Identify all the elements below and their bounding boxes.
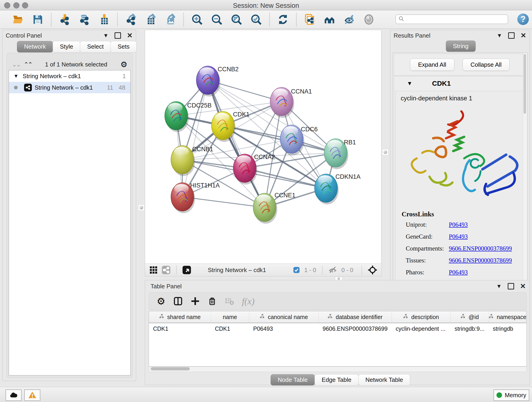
bottom-splitter-grip[interactable] (335, 277, 342, 280)
export-network-icon[interactable] (125, 13, 137, 26)
table-cell[interactable]: CDK1 (149, 323, 211, 334)
table-settings-gear-icon[interactable]: ⚙ (157, 296, 165, 307)
selected-checkbox-icon[interactable] (293, 266, 300, 274)
help-button[interactable]: ? (517, 13, 529, 25)
tab-string[interactable]: String (446, 41, 476, 52)
zoom-out-icon[interactable] (211, 13, 223, 26)
save-session-icon[interactable] (32, 13, 44, 26)
table-row[interactable]: CDK1CDK1P064939606.ENSP00000378699cyclin… (149, 323, 526, 334)
string-view-icon[interactable] (162, 265, 171, 274)
export-table-icon[interactable] (145, 13, 157, 26)
search-input[interactable] (405, 16, 504, 23)
export-image-icon[interactable] (164, 13, 176, 26)
status-bar: Memory (0, 387, 532, 402)
column-header-description[interactable]: description (392, 311, 450, 323)
column-header-@id[interactable]: @id (450, 311, 489, 323)
network-canvas[interactable]: CCNB2CCNA1CDC25BCDK1CDC6RB1CCNB1CCNA2CDK… (145, 30, 381, 264)
crosslink-link[interactable]: P06493 (449, 221, 468, 228)
expand-all-button[interactable]: Expand All (410, 59, 454, 71)
network-graph: CCNB2CCNA1CDC25BCDK1CDC6RB1CCNB1CCNA2CDK… (145, 30, 381, 264)
clipboard-network-icon[interactable] (304, 13, 316, 26)
panel-float-icon[interactable] (508, 32, 515, 39)
table-cell[interactable]: cyclin-dependent ... (392, 323, 450, 334)
panel-close-icon[interactable]: ✕ (520, 283, 526, 290)
zoom-selected-icon[interactable] (250, 13, 262, 26)
import-network-icon[interactable] (59, 13, 70, 26)
delete-column-trash-icon[interactable] (208, 297, 217, 306)
tab-node-table[interactable]: Node Table (271, 374, 315, 385)
home-view-icon[interactable] (323, 13, 336, 26)
column-header-canonical-name[interactable]: canonical name (249, 311, 318, 323)
table-cell[interactable]: P06493 (249, 323, 318, 334)
import-database-icon[interactable] (78, 13, 90, 26)
collapse-triangle-icon[interactable]: ▼ (407, 80, 412, 87)
memory-button[interactable]: Memory (494, 389, 529, 401)
network-row[interactable]: String Network – cdk1 11 48 (9, 82, 130, 93)
collapse-all-button[interactable]: Collapse All (462, 59, 510, 71)
node-CCNA1[interactable] (270, 87, 294, 118)
window-title: Session: New Session (0, 2, 532, 9)
network-collection-row[interactable]: ▼ String Network – cdk1 1 (9, 70, 130, 82)
hidden-eye-icon[interactable] (328, 265, 337, 274)
search-box[interactable] (395, 14, 508, 24)
import-table-icon[interactable] (98, 13, 110, 26)
open-session-icon[interactable] (12, 13, 24, 26)
panel-menu-icon[interactable]: ▼ (103, 33, 109, 38)
collapse-all-icon[interactable]: ⌄⌄ (12, 61, 20, 68)
table-cell[interactable]: stringdb:9... (450, 323, 489, 334)
show-hide-graphics-icon[interactable] (343, 13, 355, 26)
tab-network[interactable]: Network (17, 41, 53, 52)
crosslink-link[interactable]: P06493 (449, 233, 468, 240)
birdseye-view-icon[interactable] (182, 265, 191, 274)
node-CDK1[interactable] (211, 111, 235, 142)
panel-menu-icon[interactable]: ▼ (496, 283, 502, 289)
cloud-button[interactable] (6, 389, 22, 401)
node-CCNA2[interactable] (233, 154, 257, 185)
refresh-view-icon[interactable] (277, 13, 289, 26)
warnings-button[interactable] (24, 389, 40, 401)
gear-icon[interactable]: ⚙ (120, 60, 127, 69)
string-results-frame: Expand All Collapse All ▼ CDK1 cyclin-de… (393, 52, 527, 286)
panel-close-icon[interactable]: ✕ (127, 32, 133, 39)
expand-all-icon[interactable]: ⌃⌃ (24, 61, 32, 68)
table-cell[interactable]: 9606.ENSP00000378699 (318, 323, 392, 334)
zoom-fit-icon[interactable] (230, 13, 242, 26)
edge-CCNB2-HIST1H1A[interactable] (182, 80, 208, 197)
results-scrollbar[interactable] (523, 53, 527, 285)
show-columns-icon[interactable] (173, 296, 183, 306)
fit-selected-crosshair-icon[interactable] (367, 265, 378, 275)
grayscale-mode-icon[interactable] (363, 13, 375, 26)
column-header-namespace[interactable]: namespace (489, 311, 526, 323)
gene-section-header[interactable]: ▼ CDK1 (394, 76, 526, 90)
network-list-panel: ⌄⌄ ⌃⌃ 1 of 1 Network selected ⚙ ▼ String… (7, 53, 133, 378)
column-header-shared-name[interactable]: shared name (149, 311, 211, 323)
tab-sets[interactable]: Sets (110, 41, 137, 52)
panel-menu-icon[interactable]: ▼ (497, 33, 502, 38)
right-splitter-grip[interactable] (382, 149, 389, 155)
crosslink-link[interactable]: P06493 (449, 269, 468, 276)
panel-close-icon[interactable]: ✕ (520, 32, 526, 39)
column-header-database-identifier[interactable]: database identifier (318, 311, 392, 323)
tab-network-table[interactable]: Network Table (358, 374, 410, 385)
node-CCNE1[interactable] (253, 193, 277, 224)
table-cell[interactable]: stringdb (489, 323, 526, 334)
node-CCNB2[interactable] (196, 66, 220, 96)
panel-float-icon[interactable] (508, 283, 514, 289)
tree-collapse-icon[interactable]: ▼ (13, 73, 19, 79)
grid-view-icon[interactable] (149, 266, 158, 274)
node-label-CCNA2: CCNA2 (254, 153, 275, 160)
panel-float-icon[interactable] (114, 32, 121, 39)
tab-style[interactable]: Style (53, 41, 80, 52)
table-horizontal-scrollbar[interactable] (149, 366, 527, 372)
node-CDKN1A[interactable] (315, 174, 339, 204)
tab-edge-table[interactable]: Edge Table (315, 374, 359, 385)
crosslink-link[interactable]: 9606.ENSP00000378699 (449, 257, 512, 264)
add-column-icon[interactable] (191, 297, 200, 306)
node-CCNB1[interactable] (171, 146, 195, 176)
table-cell[interactable]: CDK1 (211, 323, 249, 334)
zoom-in-icon[interactable] (191, 13, 203, 26)
left-splitter-grip[interactable] (138, 204, 145, 211)
crosslink-link[interactable]: 9606.ENSP00000378699 (449, 245, 512, 252)
tab-select[interactable]: Select (80, 41, 111, 52)
column-header-name[interactable]: name (211, 311, 249, 323)
